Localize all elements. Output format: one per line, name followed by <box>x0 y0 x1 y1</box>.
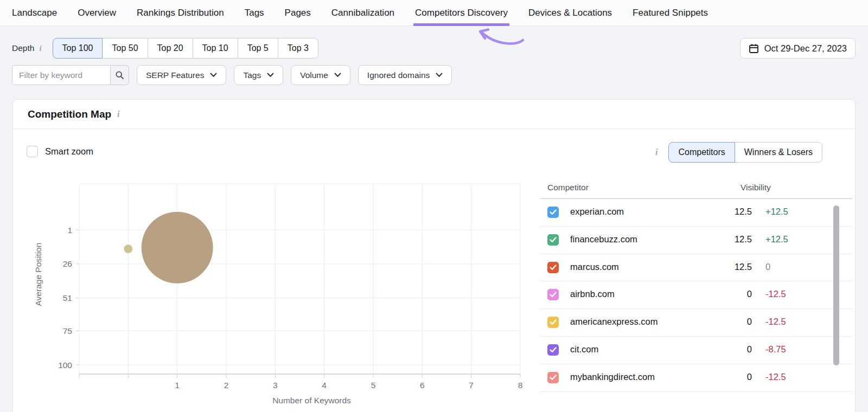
competitor-visibility-diff: -12.5 <box>765 289 841 299</box>
competitors-panel: Competitor Visibility experian.com12.5+1… <box>540 178 852 397</box>
card-header: Competition Map i <box>13 100 855 129</box>
nav-tab-tags[interactable]: Tags <box>245 0 264 26</box>
view-toggle-info-icon[interactable]: i <box>655 147 658 157</box>
depth-toolbar: Depth i Top 100Top 50Top 20Top 10Top 5To… <box>12 38 856 59</box>
competitor-checkbox[interactable] <box>547 372 559 383</box>
keyword-filter-input[interactable] <box>12 65 111 85</box>
competitor-checkbox[interactable] <box>547 317 559 328</box>
competitor-visibility-value: 0 <box>692 289 752 299</box>
checkmark-icon <box>550 209 557 215</box>
competitor-row: mybankingdirect.com0-12.5 <box>540 364 852 392</box>
x-tick-label: 8 <box>518 381 523 390</box>
competitor-row: americanexpress.com0-12.5 <box>540 309 852 337</box>
competitor-visibility-value: 12.5 <box>692 207 752 217</box>
x-tick-label: 7 <box>469 381 474 390</box>
competitor-visibility-value: 0 <box>692 372 752 382</box>
depth-option-top-10[interactable]: Top 10 <box>193 38 238 59</box>
filter-dropdown-volume[interactable]: Volume <box>291 65 350 85</box>
competition-map-info-icon[interactable]: i <box>117 110 119 119</box>
competition-map-chart: 126517510012345678Number of KeywordsAver… <box>13 182 537 405</box>
competitor-row: financebuzz.com12.5+12.5 <box>540 227 852 254</box>
x-axis-title: Number of Keywords <box>272 396 351 405</box>
view-toggle-winners-losers[interactable]: Winners & Losers <box>735 142 822 163</box>
checkmark-icon <box>550 347 557 353</box>
card-title: Competition Map <box>28 108 111 120</box>
y-tick-label: 26 <box>63 259 72 268</box>
competitor-domain: cit.com <box>570 344 598 355</box>
column-header-visibility: Visibility <box>741 183 771 192</box>
smart-zoom-control: Smart zoom <box>27 146 93 157</box>
nav-tab-cannibalization[interactable]: Cannibalization <box>331 0 394 26</box>
depth-label: Depth <box>12 43 34 53</box>
nav-tab-landscape[interactable]: Landscape <box>12 0 57 26</box>
chevron-down-icon <box>436 73 443 78</box>
top-nav: LandscapeOverviewRankings DistributionTa… <box>0 0 868 26</box>
competitor-visibility-diff: -12.5 <box>765 317 841 327</box>
nav-tab-overview[interactable]: Overview <box>78 0 116 26</box>
competitor-domain: airbnb.com <box>570 289 615 299</box>
competitor-visibility-value: 12.5 <box>692 234 752 244</box>
keyword-search-button[interactable] <box>110 65 129 85</box>
filter-dropdown-label: Volume <box>300 70 328 80</box>
smart-zoom-checkbox[interactable] <box>27 146 38 157</box>
depth-option-top-100[interactable]: Top 100 <box>53 38 103 59</box>
depth-option-top-50[interactable]: Top 50 <box>102 38 148 59</box>
y-tick-label: 75 <box>63 326 72 336</box>
x-tick-label: 1 <box>175 381 180 390</box>
nav-tab-label: Devices & Locations <box>528 8 612 18</box>
depth-option-top-20[interactable]: Top 20 <box>148 38 193 59</box>
nav-tab-label: Rankings Distribution <box>137 8 224 18</box>
competitor-domain: mybankingdirect.com <box>570 372 655 382</box>
nav-tab-competitors-discovery[interactable]: Competitors Discovery <box>415 0 508 26</box>
competitor-visibility-diff: -8.75 <box>765 344 841 355</box>
competitor-domain: financebuzz.com <box>570 234 637 244</box>
filter-dropdown-tags[interactable]: Tags <box>234 65 283 85</box>
competitor-visibility-diff: -12.5 <box>765 372 841 382</box>
competitor-domain: americanexpress.com <box>570 317 658 327</box>
y-tick-label: 1 <box>67 226 72 235</box>
date-range-label: Oct 29-Dec 27, 2023 <box>764 43 847 54</box>
filter-dropdown-serp-features[interactable]: SERP Features <box>137 65 226 85</box>
competitor-row: experian.com12.5+12.5 <box>540 199 852 227</box>
competitor-checkbox[interactable] <box>547 262 559 273</box>
chevron-down-icon <box>334 73 341 78</box>
competitor-checkbox[interactable] <box>547 289 559 300</box>
date-range-button[interactable]: Oct 29-Dec 27, 2023 <box>740 38 856 59</box>
search-icon <box>115 70 124 80</box>
y-tick-label: 100 <box>58 360 72 370</box>
competitor-row: marcus.com12.50 <box>540 254 852 282</box>
nav-tab-rankings-distribution[interactable]: Rankings Distribution <box>137 0 224 26</box>
competitor-domain: marcus.com <box>570 262 619 272</box>
y-tick-label: 51 <box>63 293 72 302</box>
x-tick-label: 2 <box>224 381 229 390</box>
competitor-checkbox[interactable] <box>547 344 559 356</box>
checkmark-icon <box>550 375 557 381</box>
table-scrollbar-thumb[interactable] <box>833 205 839 365</box>
keyword-filter-group <box>12 65 129 85</box>
depth-option-top-3[interactable]: Top 3 <box>278 38 318 59</box>
nav-tab-label: Overview <box>78 8 116 18</box>
chevron-down-icon <box>210 73 217 78</box>
bubble-chart-svg: 126517510012345678Number of KeywordsAver… <box>13 182 537 405</box>
competitor-bubble[interactable] <box>142 212 213 284</box>
filter-dropdown-ignored-domains[interactable]: Ignored domains <box>358 65 452 85</box>
nav-tab-featured-snippets[interactable]: Featured Snippets <box>633 0 708 26</box>
view-toggle-competitors[interactable]: Competitors <box>668 142 735 163</box>
depth-option-top-5[interactable]: Top 5 <box>238 38 278 59</box>
competitor-checkbox[interactable] <box>547 234 559 246</box>
depth-info-icon[interactable]: i <box>39 44 41 53</box>
nav-tab-label: Landscape <box>12 8 57 18</box>
nav-tab-pages[interactable]: Pages <box>285 0 311 26</box>
competitor-checkbox[interactable] <box>547 207 559 218</box>
column-header-competitor: Competitor <box>547 183 589 192</box>
smart-zoom-label: Smart zoom <box>45 146 93 157</box>
x-tick-label: 3 <box>273 381 278 390</box>
checkmark-icon <box>550 265 557 271</box>
nav-tab-label: Competitors Discovery <box>415 8 508 18</box>
nav-tab-devices-locations[interactable]: Devices & Locations <box>528 0 612 26</box>
competitor-visibility-diff: 0 <box>765 262 841 272</box>
filter-toolbar: SERP FeaturesTagsVolumeIgnored domains <box>12 65 452 85</box>
competitor-visibility-value: 0 <box>692 317 752 327</box>
competitor-bubble[interactable] <box>124 244 132 253</box>
chevron-down-icon <box>267 73 274 78</box>
